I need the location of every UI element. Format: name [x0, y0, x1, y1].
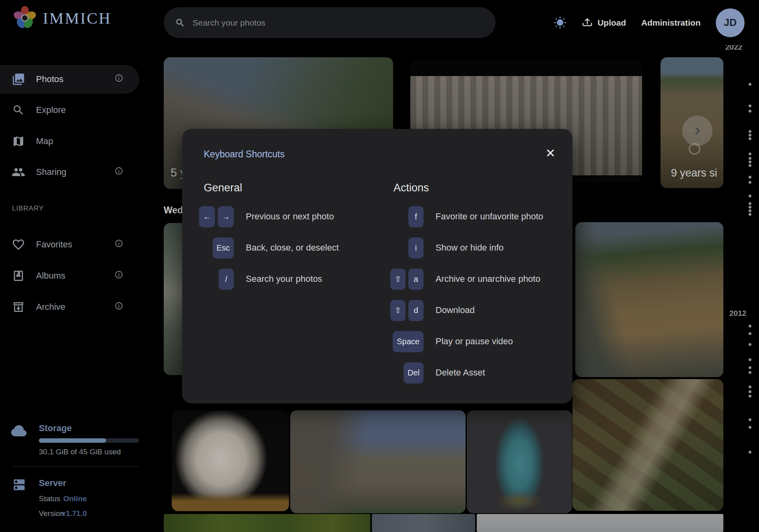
- shortcut-keys: /: [196, 269, 234, 290]
- sidebar-item-favorites[interactable]: Favorites: [0, 233, 139, 256]
- sidebar-item-label: Albums: [36, 271, 114, 281]
- keycap: Esc: [213, 237, 234, 259]
- library-section-header: LIBRARY: [12, 205, 44, 213]
- search-placeholder: Search your photos: [193, 18, 265, 28]
- info-icon[interactable]: [114, 301, 123, 313]
- scrubber-dot: [749, 176, 751, 179]
- shortcut-label: Previous or next photo: [246, 211, 334, 222]
- server-version-value: v1.71.0: [39, 509, 87, 518]
- keycap: a: [408, 269, 424, 290]
- storage-title: Storage: [39, 423, 72, 434]
- info-icon[interactable]: [114, 74, 123, 85]
- account-multiple-icon: [11, 165, 26, 179]
- shortcut-row: iShow or hide info: [375, 232, 564, 263]
- magnify-icon: [11, 104, 26, 116]
- administration-label: Administration: [641, 18, 701, 28]
- scrubber-dot: [749, 418, 751, 421]
- sidebar-item-archive[interactable]: Archive: [0, 296, 139, 318]
- scrubber-dot: [749, 157, 751, 160]
- photo-cliff-beach[interactable]: [575, 222, 723, 377]
- scrubber-dot: [749, 83, 751, 86]
- scrubber-dot: [749, 426, 751, 429]
- memory-label-right: 9 years si: [671, 167, 717, 179]
- scrubber-dot: [749, 325, 751, 327]
- shortcut-label: Play or pause video: [436, 336, 513, 347]
- scrubber-dot: [749, 206, 751, 209]
- photo-lizard[interactable]: [572, 379, 723, 511]
- sidebar-item-label: Favorites: [36, 239, 114, 250]
- server-status-value: Online: [39, 494, 87, 503]
- close-icon: ✕: [545, 146, 555, 160]
- shortcut-label: Download: [436, 305, 475, 315]
- scrubber-dot: [749, 371, 751, 374]
- search-input[interactable]: Search your photos: [164, 7, 496, 38]
- immich-flower-icon: [13, 6, 36, 30]
- scrubber-dot: [749, 343, 751, 346]
- storage-progress-fill: [39, 438, 106, 443]
- scrubber-dot: [749, 195, 751, 197]
- sidebar-item-sharing[interactable]: Sharing: [0, 161, 139, 183]
- scrubber-dot: [749, 358, 751, 361]
- sidebar-item-explore[interactable]: Explore: [0, 99, 139, 121]
- scrubber-dot: [749, 161, 751, 163]
- info-icon[interactable]: [114, 270, 123, 281]
- scrubber-dot: [749, 153, 751, 155]
- scrubber-dot: [749, 181, 751, 184]
- photo-sky-strip[interactable]: [372, 514, 475, 532]
- photo-bushes-strip[interactable]: [164, 514, 370, 532]
- avatar[interactable]: JD: [716, 8, 745, 37]
- memory-progress-circle: [689, 143, 701, 155]
- info-icon[interactable]: [114, 239, 123, 250]
- shortcut-row: /Search your photos: [196, 263, 364, 295]
- scrubber-dot: [749, 451, 751, 454]
- server-icon: [12, 478, 26, 492]
- photo-ruins[interactable]: [290, 410, 466, 513]
- keycap: i: [408, 237, 424, 259]
- scrubber-dot: [749, 213, 751, 216]
- immich-app: 9 years si 5 y Wed, 2022 2012 IMM: [0, 0, 759, 532]
- scrubber-dot: [749, 366, 751, 369]
- scrubber-dot: [749, 130, 751, 133]
- upload-button[interactable]: Upload: [582, 17, 626, 28]
- photo-porcelain[interactable]: [467, 410, 572, 513]
- keycap: ⇧: [390, 269, 406, 290]
- scrubber-dot: [749, 385, 751, 388]
- photo-sculpture[interactable]: [172, 410, 289, 511]
- sidebar-item-map[interactable]: Map: [0, 130, 139, 153]
- shortcut-row: SpacePlay or pause video: [375, 326, 564, 357]
- keyboard-shortcuts-modal: Keyboard Shortcuts ✕ General Actions ←→P…: [182, 129, 572, 404]
- storage-progress-bar: [39, 438, 139, 443]
- sidebar-item-albums[interactable]: Albums: [0, 265, 139, 287]
- sidebar-item-photos[interactable]: Photos: [0, 65, 139, 94]
- chevron-right-icon: [690, 124, 705, 138]
- scrubber-dot: [749, 110, 751, 112]
- close-button[interactable]: ✕: [542, 144, 559, 162]
- info-icon[interactable]: [114, 167, 123, 178]
- scrubber-dot: [749, 134, 751, 137]
- cloud-icon: [10, 422, 27, 439]
- sidebar-item-label: Sharing: [36, 167, 114, 177]
- search-icon: [175, 18, 185, 28]
- heart-outline-icon: [11, 238, 26, 251]
- shortcuts-column-general: ←→Previous or next photoEscBack, close, …: [196, 201, 364, 295]
- photo-gray-strip[interactable]: [477, 514, 723, 532]
- keycap: /: [219, 269, 234, 290]
- scrubber-year-mid: 2012: [729, 309, 746, 318]
- storage-used-text: 30.1 GiB of 45 GiB used: [39, 448, 121, 456]
- upload-label: Upload: [598, 18, 626, 28]
- sidebar-item-label: Explore: [36, 105, 139, 115]
- next-memory-button[interactable]: [682, 116, 713, 146]
- shortcut-keys: f: [375, 206, 424, 227]
- sidebar-item-label: Map: [36, 136, 139, 147]
- theme-toggle-button[interactable]: [554, 16, 566, 29]
- shortcut-label: Back, close, or deselect: [246, 243, 339, 253]
- immich-logo[interactable]: IMMICH: [13, 6, 111, 30]
- shortcuts-column-actions: fFavorite or unfavorite photoiShow or hi…: [375, 201, 564, 388]
- shortcut-keys: Esc: [196, 237, 234, 259]
- shortcut-keys: ←→: [196, 206, 234, 227]
- photo-canyon-memory-card[interactable]: 9 years si: [661, 57, 723, 188]
- scrubber-dot: [749, 104, 751, 107]
- shortcut-keys: i: [375, 237, 424, 259]
- upload-icon: [582, 17, 593, 28]
- administration-link[interactable]: Administration: [641, 18, 701, 28]
